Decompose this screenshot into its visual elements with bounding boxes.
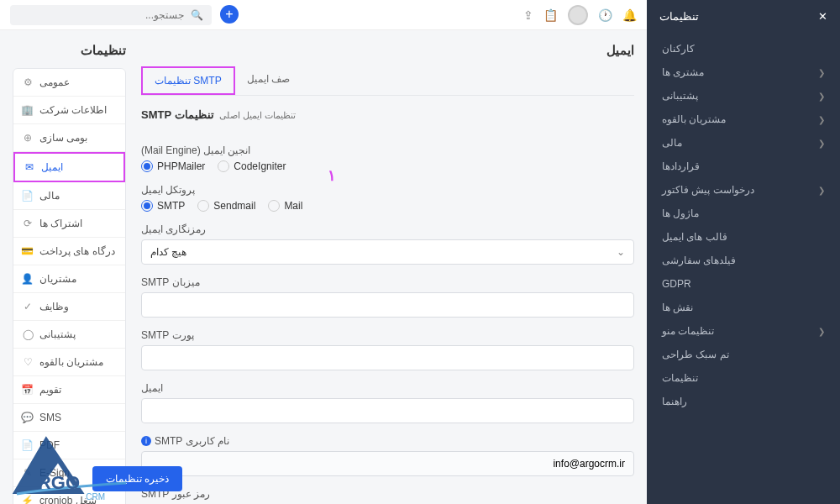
chevron-left-icon: ❮ [818,115,825,124]
menu-icon: ✎ [22,467,34,479]
settings-menu-item[interactable]: پشتیبانی◯ [13,321,125,349]
radio-dot [218,160,229,172]
menu-icon: ✉ [24,161,35,173]
settings-menu-item[interactable]: SMS💬 [13,404,125,432]
email-input[interactable] [141,398,634,423]
field-encryption: رمزنگاری ایمیل ⌄ هیچ کدام [141,223,634,265]
field-host: میزبان SMTP [141,276,634,318]
encryption-label: رمزنگاری ایمیل [141,223,634,235]
port-input[interactable] [141,345,634,370]
dark-menu-item[interactable]: ❮مشتری ها [647,60,840,84]
section-title: تنظیمات SMTP [141,108,214,121]
info-icon[interactable]: i [141,436,151,446]
settings-nav: تنظیمات عمومی⚙اطلاعات شرکت🏢بومی سازی⊕ایم… [13,43,126,504]
settings-menu-item[interactable]: اشتراک ها⟳ [13,210,125,238]
topbar-left-icons: 🔔 🕐 📋 ⇪ [523,5,637,25]
dark-menu-item[interactable]: ماژول ها [647,202,840,225]
menu-icon: 📄 [22,190,34,202]
main-area: تنظیمات عمومی⚙اطلاعات شرکت🏢بومی سازی⊕ایم… [0,30,647,504]
settings-menu-item[interactable]: تقویم📅 [13,376,125,404]
save-button[interactable]: ذخیره تنظیمات [92,466,182,491]
dark-menu-item[interactable]: تم سبک طراحی [647,343,840,366]
menu-icon: ⊕ [22,132,34,144]
chevron-left-icon: ❮ [818,186,825,195]
settings-menu-item[interactable]: مالی📄 [13,182,125,210]
search-icon: 🔍 [191,9,203,21]
dark-menu-item[interactable]: نقش ها [647,296,840,319]
settings-menu-item[interactable]: بومی سازی⊕ [13,124,125,152]
username-label: نام کاربری SMTP i [141,435,634,447]
sidebar-title: تنظیمات [659,10,699,23]
radio-option[interactable]: Sendmail [197,200,255,212]
chevron-left-icon: ❮ [818,139,825,148]
menu-icon: 💬 [22,412,34,423]
settings-menu: عمومی⚙اطلاعات شرکت🏢بومی سازی⊕ایمیل✉مالی📄… [13,68,126,504]
radio-option[interactable]: PHPMailer [141,160,205,172]
dark-menu-item[interactable]: قالب های ایمیل [647,225,840,249]
content-title: ایمیل [141,43,634,58]
menu-icon: ⚡ [22,495,34,504]
settings-nav-title: تنظیمات [13,43,126,58]
field-port: پورت SMTP [141,329,634,370]
email-label: ایمیل [141,382,634,394]
protocol-label: پروتکل ایمیل [141,184,634,196]
search-input[interactable] [18,9,184,21]
settings-menu-item[interactable]: عمومی⚙ [13,69,125,97]
dark-menu-item[interactable]: تنظیمات [647,366,840,390]
settings-menu-item[interactable]: مشتریان👤 [13,265,125,293]
content-panel: ایمیل صف ایمیلSMTP تنظیمات تنظیمات ایمیل… [141,43,634,504]
radio-option[interactable]: SMTP [141,200,185,212]
menu-icon: ◯ [22,328,34,340]
menu-icon: 📄 [22,439,34,451]
tab[interactable]: صف ایمیل [235,66,302,95]
avatar[interactable] [568,5,588,25]
dark-menu-item[interactable]: ❮پشتیبانی [647,84,840,108]
settings-menu-item[interactable]: وظایف✓ [13,293,125,321]
menu-icon: 💳 [22,245,34,257]
close-icon[interactable]: ✕ [818,10,827,23]
sidebar-header: ✕ تنظیمات [647,0,840,33]
share-icon[interactable]: ⇪ [523,8,533,22]
dark-menu-item[interactable]: ❮مشتریان بالقوه [647,108,840,131]
settings-menu-item[interactable]: مشتریان بالقوه♡ [13,349,125,376]
radio-dot [268,200,280,212]
settings-menu-item[interactable]: ایمیل✉ [13,152,125,182]
menu-icon: ⟳ [22,218,34,229]
radio-option[interactable]: CodeIgniter [218,160,286,172]
settings-menu-item[interactable]: PDF📄 [13,432,125,459]
username-input[interactable] [141,451,634,476]
search-box[interactable]: 🔍 [10,5,212,25]
clipboard-icon[interactable]: 📋 [543,8,558,22]
dark-menu-item[interactable]: فیلدهای سفارشی [647,249,840,272]
dark-menu-item[interactable]: راهنما [647,390,840,413]
encryption-value: هیچ کدام [150,246,186,258]
dark-menu-item[interactable]: قراردادها [647,155,840,178]
dark-menu: کارکنان❮مشتری ها❮پشتیبانی❮مشتریان بالقوه… [647,33,840,417]
radio-dot [197,200,209,212]
dark-menu-item[interactable]: ❮درخواست پیش فاکتور [647,178,840,202]
annotation-marker: ۱ [328,166,336,185]
engine-radios: CodeIgniterPHPMailer [141,160,634,172]
radio-option[interactable]: Mail [268,200,302,212]
engine-label: انجین ایمیل (Mail Engine) [141,144,634,156]
radio-dot [141,200,153,212]
radio-dot [141,160,153,172]
host-input[interactable] [141,292,634,318]
dark-menu-item[interactable]: GDPR [647,272,840,296]
chevron-left-icon: ❮ [818,92,825,101]
chevron-left-icon: ❮ [818,68,825,77]
dark-menu-item[interactable]: ❮تنظیمات منو [647,319,840,343]
bell-icon[interactable]: 🔔 [622,8,637,22]
tabs: صف ایمیلSMTP تنظیمات [141,66,634,96]
tab[interactable]: SMTP تنظیمات [141,66,235,95]
settings-menu-item[interactable]: درگاه های پرداخت💳 [13,238,125,265]
dark-menu-item[interactable]: ❮مالی [647,131,840,155]
menu-icon: ♡ [22,356,34,368]
chevron-left-icon: ❮ [818,327,825,336]
clock-icon[interactable]: 🕐 [598,8,612,22]
topbar: 🔔 🕐 📋 ⇪ + 🔍 [0,0,647,30]
encryption-select[interactable]: ⌄ هیچ کدام [141,239,634,265]
add-button[interactable]: + [220,5,239,24]
dark-menu-item[interactable]: کارکنان [647,37,840,60]
settings-menu-item[interactable]: اطلاعات شرکت🏢 [13,97,125,124]
